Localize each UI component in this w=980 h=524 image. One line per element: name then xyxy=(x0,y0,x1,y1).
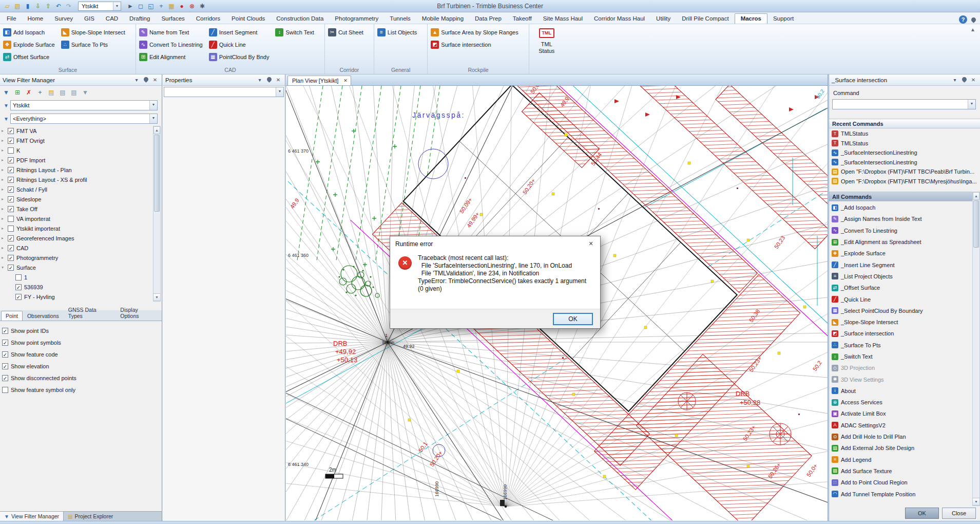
checkbox[interactable] xyxy=(8,216,14,222)
checkbox[interactable] xyxy=(15,274,22,280)
close-icon[interactable]: ✕ xyxy=(274,76,282,84)
tab-gnss-data-types[interactable]: GNSS Data Types xyxy=(64,305,116,321)
ribbon-button-pointcloud-by-bndy[interactable]: ▦PointCloud By Bndy xyxy=(209,51,270,63)
tab-point[interactable]: Point xyxy=(1,311,23,321)
command-item-surfaceintersectionlinestring[interactable]: ∿_SurfaceIntersectionLinestring xyxy=(830,148,978,158)
option-show-point-symbols[interactable]: ✓Show point symbols xyxy=(2,336,160,348)
layer-list-scrollbar[interactable]: ▲ ▼ xyxy=(153,126,161,302)
expander-icon[interactable]: ▸ xyxy=(2,158,8,162)
command-item-add-to-point-cloud-region[interactable]: ∷Add to Point Cloud Region xyxy=(830,477,971,488)
expander-icon[interactable]: ▾ xyxy=(2,265,8,270)
pin-icon[interactable] xyxy=(265,76,273,84)
delete-filter-icon[interactable]: ✗ xyxy=(24,87,34,97)
ok-button[interactable]: OK xyxy=(905,508,939,519)
ribbon-button-slope-slope-intersect[interactable]: ◣Slope-Slope Intersect xyxy=(61,26,125,39)
command-item-about[interactable]: iAbout xyxy=(830,385,971,397)
layer-row-va-importerat[interactable]: ▸VA importerat xyxy=(0,214,162,223)
checkbox[interactable]: ✓ xyxy=(2,340,8,346)
option-show-point-ids[interactable]: ✓Show point IDs xyxy=(2,325,160,336)
command-item-select-pointcloud-by-boundary[interactable]: ▦_Select PointCloud By Boundary xyxy=(830,305,971,316)
expander-icon[interactable]: ▸ xyxy=(2,138,8,143)
ribbon-tab-corridor-mass-haul[interactable]: Corridor Mass Haul xyxy=(588,14,650,24)
command-item-assign-names-from-inside-text[interactable]: ✎_Assign Names from Inside Text xyxy=(830,213,971,224)
settings-icon[interactable]: ✱ xyxy=(198,2,207,11)
option-show-feature-symbol-only[interactable]: Show feature symbol only xyxy=(2,384,160,396)
tab-display-options[interactable]: Display Options xyxy=(116,305,162,321)
checkbox[interactable]: ✓ xyxy=(2,363,8,369)
close-icon[interactable]: ✕ xyxy=(151,76,159,84)
ribbon-tab-takeoff[interactable]: Takeoff xyxy=(507,14,537,24)
ribbon-tab-site-mass-haul[interactable]: Site Mass Haul xyxy=(537,14,588,24)
ribbon-tab-survey[interactable]: Survey xyxy=(49,14,79,24)
panel-menu-icon[interactable]: ▾ xyxy=(256,76,264,84)
checkbox[interactable] xyxy=(2,387,8,393)
ribbon-tab-point-clouds[interactable]: Point Clouds xyxy=(226,14,271,24)
checkbox[interactable]: ✓ xyxy=(8,138,14,144)
close-button[interactable]: Close xyxy=(942,508,976,519)
layer-row-ritnings-layout-xs-profil[interactable]: ▸✓Ritnings Layout - XS & profil xyxy=(0,175,162,184)
command-item-activate-limit-box[interactable]: ▣Activate Limit Box xyxy=(830,408,971,419)
zoom-extents-icon[interactable]: ◱ xyxy=(146,2,156,11)
checkbox[interactable]: ✓ xyxy=(8,245,14,251)
export-icon[interactable]: ⇧ xyxy=(44,2,53,11)
new-filter-icon[interactable]: ▼ xyxy=(1,87,11,97)
tab-observations[interactable]: Observations xyxy=(23,311,64,321)
ribbon-tab-tunnels[interactable]: Tunnels xyxy=(384,14,416,24)
chevron-down-icon[interactable]: ▼ xyxy=(113,2,121,10)
checkbox[interactable]: ✓ xyxy=(8,206,14,212)
save-icon[interactable]: ▮ xyxy=(23,2,32,11)
expander-icon[interactable]: ▸ xyxy=(2,177,8,182)
pan-icon[interactable]: + xyxy=(35,87,45,97)
sublayer-row-fy-hyvling[interactable]: ✓FY - Hyvling xyxy=(0,292,162,302)
command-item-access-services[interactable]: ⊕Access Services xyxy=(830,397,971,408)
layer-row-sideslope[interactable]: ▸✓Sideslope xyxy=(0,194,162,204)
layer-row-ytskikt-importerat[interactable]: ▸Ytskikt importerat xyxy=(0,223,162,233)
close-icon[interactable]: ✕ xyxy=(969,76,977,84)
command-item-add-drill-hole-to-drill-plan[interactable]: ⊙Add Drill Hole to Drill Plan xyxy=(830,431,971,442)
checkbox[interactable]: ✓ xyxy=(8,128,14,134)
ribbon-button-edit-alignment[interactable]: ⊞Edit Alignment xyxy=(139,51,203,63)
command-item-list-project-objects[interactable]: ≡_List Project Objects xyxy=(830,271,971,282)
ribbon-button-convert-to-linestring[interactable]: ∿Convert To Linestring xyxy=(139,39,203,51)
ribbon-button-name-from-text[interactable]: ✎Name from Text xyxy=(139,26,203,39)
ribbon-button-surface-intersection[interactable]: ◩Surface intersection xyxy=(431,39,518,51)
filter-options-icon[interactable]: ▼ xyxy=(80,87,90,97)
checkbox[interactable]: ✓ xyxy=(8,177,14,183)
open-project-icon[interactable]: ▨ xyxy=(13,2,22,11)
ribbon-tab-photogrammetry[interactable]: Photogrammetry xyxy=(329,14,384,24)
ribbon-button-switch-text[interactable]: ↕Switch Text xyxy=(275,26,314,39)
layer-row-georeferenced-images[interactable]: ▸✓Georeferenced Images xyxy=(0,233,162,243)
run-macro-icon[interactable]: ● xyxy=(177,2,186,11)
checkbox[interactable] xyxy=(8,226,14,232)
dialog-title-bar[interactable]: Runtime error ✕ xyxy=(390,236,600,251)
panel-menu-icon[interactable]: ▾ xyxy=(132,76,141,84)
command-item-surface-intersection[interactable]: ◩_Surface intersection xyxy=(830,328,971,339)
view-filter-combo[interactable]: Ytskikt ▼ xyxy=(10,100,158,110)
select-icon[interactable]: ► xyxy=(126,2,135,11)
command-item-adac-settingsv2[interactable]: AADAC SettingsV2 xyxy=(830,420,971,431)
ribbon-tab-data-prep[interactable]: Data Prep xyxy=(469,14,507,24)
command-item-add-tunnel-template-position[interactable]: ◠Add Tunnel Template Position xyxy=(830,488,971,499)
ribbon-button-surface-area-by-slope-ranges[interactable]: ▲Surface Area by Slope Ranges xyxy=(431,26,518,39)
dialog-close-icon[interactable]: ✕ xyxy=(582,236,600,251)
scroll-up-icon[interactable]: ▲ xyxy=(153,126,160,134)
pin-icon[interactable] xyxy=(142,76,150,84)
pin-icon[interactable] xyxy=(960,76,968,84)
checkbox[interactable]: ✓ xyxy=(8,157,14,163)
filter-spreadsheet-icon[interactable]: ⊞ xyxy=(12,87,23,97)
option-show-disconnected-points[interactable]: ✓Show disconnected points xyxy=(2,372,160,384)
layer-row-fmt-va[interactable]: ▸✓FMT VA xyxy=(0,126,162,136)
command-item-3d-view-settings[interactable]: ✱3D View Settings xyxy=(830,373,971,385)
ribbon-button-list-objects[interactable]: ≡List Objects xyxy=(377,26,417,39)
dock-tab-view-filter-manager[interactable]: ▼View Filter Manager xyxy=(0,512,64,521)
scroll-thumb[interactable] xyxy=(973,200,979,248)
collapse-ribbon-icon[interactable]: ▲ xyxy=(969,26,977,34)
expander-icon[interactable]: ▸ xyxy=(2,187,8,192)
ribbon-tab-drill-pile-compact[interactable]: Drill Pile Compact xyxy=(676,14,734,24)
ribbon-tab-corridors[interactable]: Corridors xyxy=(190,14,226,24)
scroll-down-icon[interactable]: ▼ xyxy=(972,498,980,506)
ribbon-tab-construction-data[interactable]: Construction Data xyxy=(271,14,329,24)
layer-row-fmt-ovrigt[interactable]: ▸✓FMT Ovrigt xyxy=(0,136,162,145)
expander-icon[interactable]: ▸ xyxy=(2,148,8,153)
layer-row-schakt-fyll[interactable]: ▸✓Schakt / Fyll xyxy=(0,184,162,194)
